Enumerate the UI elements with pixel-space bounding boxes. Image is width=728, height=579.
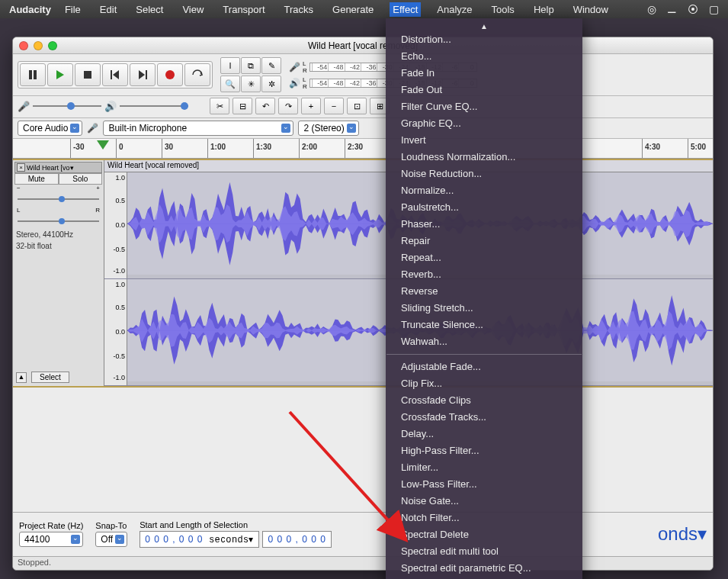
solo-button[interactable]: Solo (59, 173, 103, 185)
stop-button[interactable] (75, 63, 101, 86)
collapse-track-button[interactable]: ▲ (16, 372, 27, 383)
mute-button[interactable]: Mute (14, 173, 59, 185)
bluetooth-icon[interactable]: ⚊ (667, 3, 677, 15)
zoom-window-button[interactable] (48, 41, 57, 50)
zoom-in-button[interactable]: + (301, 98, 321, 114)
menu-tools[interactable]: Tools (489, 2, 518, 17)
effect-menu-item[interactable]: Normalize... (386, 182, 582, 199)
effect-menu-item[interactable]: Phaser... (386, 216, 582, 233)
play-button[interactable] (47, 63, 73, 86)
timeline-ruler[interactable]: -300301:001:302:002:304:305:00 (13, 139, 713, 159)
menu-edit[interactable]: Edit (97, 2, 120, 17)
timeshift-tool-button[interactable]: ✳ (241, 76, 261, 92)
effect-menu-item[interactable]: Loudness Normalization... (386, 149, 582, 166)
effect-menu-item[interactable]: Crossfade Clips (386, 392, 582, 409)
effect-menu-item[interactable]: Echo... (386, 48, 582, 65)
redo-button[interactable]: ↷ (278, 98, 298, 114)
track-name-header[interactable]: × Wild Heart [vo▾ (14, 162, 102, 173)
effect-menu-item[interactable]: Invert (386, 132, 582, 149)
silence-button[interactable]: ⊟ (233, 98, 252, 114)
effect-menu-item[interactable]: Repeat... (386, 249, 582, 266)
recording-channels-select[interactable]: 2 (Stereo)⌄ (298, 121, 358, 136)
effect-menu-item[interactable]: Fade Out (386, 82, 582, 98)
speaker-icon: 🔊 (289, 78, 300, 88)
effect-menu-item[interactable]: Reverse (386, 283, 582, 300)
skip-end-button[interactable] (130, 63, 156, 86)
zoom-tool-button[interactable]: 🔍 (220, 76, 240, 92)
effect-menu-item[interactable]: Low-Pass Filter... (386, 476, 582, 493)
project-rate-select[interactable]: 44100⌄ (19, 532, 83, 547)
effect-menu-item[interactable]: Spectral edit parametric EQ... (386, 560, 582, 577)
effect-menu-item[interactable]: Clip Fix... (386, 375, 582, 392)
menu-view[interactable]: View (179, 2, 207, 17)
skip-start-button[interactable] (102, 63, 128, 86)
multi-tool-button[interactable]: ✲ (261, 76, 281, 92)
menu-effect[interactable]: Effect (390, 2, 421, 17)
fit-selection-button[interactable]: ⊡ (347, 98, 367, 114)
minimize-window-button[interactable] (34, 41, 43, 50)
effect-menu-item[interactable]: Spectral edit multi tool (386, 543, 582, 560)
close-window-button[interactable] (19, 41, 28, 50)
menu-tracks[interactable]: Tracks (281, 2, 317, 17)
menu-select[interactable]: Select (133, 2, 166, 17)
airplay-icon[interactable]: ▢ (709, 3, 719, 15)
recording-volume-slider[interactable] (33, 101, 101, 111)
effect-menu-item[interactable]: Wahwah... (386, 333, 582, 350)
pause-button[interactable] (20, 63, 46, 86)
speaker-icon: 🔊 (104, 101, 117, 112)
spotlight-icon[interactable]: ◎ (647, 3, 656, 15)
effect-menu-item[interactable]: Crossfade Tracks... (386, 409, 582, 426)
effect-menu-item[interactable]: Paulstretch... (386, 199, 582, 216)
effect-menu-item[interactable]: Noise Reduction... (386, 166, 582, 182)
effect-menu-item[interactable]: High-Pass Filter... (386, 442, 582, 459)
effect-menu-item[interactable]: Distortion... (386, 31, 582, 48)
menu-scroll-up[interactable]: ▲ (386, 21, 582, 31)
track-pan-slider[interactable] (18, 216, 99, 227)
select-track-button[interactable]: Select (31, 372, 69, 383)
loop-button[interactable] (184, 63, 210, 86)
track-gain-slider[interactable] (18, 194, 99, 204)
menu-file[interactable]: File (62, 2, 84, 17)
effect-menu-item[interactable]: Truncate Silence... (386, 317, 582, 333)
record-button[interactable] (157, 63, 183, 86)
effect-menu-item[interactable]: Delay... (386, 426, 582, 442)
effect-menu-item[interactable]: Adjustable Fade... (386, 359, 582, 375)
zoom-out-button[interactable]: − (324, 98, 344, 114)
trim-button[interactable]: ✂ (210, 98, 229, 114)
effect-menu-item[interactable]: Reverb... (386, 266, 582, 283)
playhead-indicator[interactable] (97, 140, 109, 150)
envelope-tool-button[interactable]: ⧉ (241, 57, 261, 74)
recording-device-select[interactable]: Built-in Microphone⌄ (103, 121, 293, 136)
draw-tool-button[interactable]: ✎ (261, 57, 281, 74)
audio-position-display[interactable]: onds▾ (658, 523, 707, 545)
transport-toolbar: I ⧉ ✎ 🔍 ✳ ✲ 🎤 LR -54-48-42-36-30-24-18-1… (13, 54, 713, 96)
effect-menu-item[interactable]: Spectral Delete (386, 526, 582, 543)
effect-menu-item[interactable]: Fade In (386, 65, 582, 82)
effect-menu-item[interactable]: Notch Filter... (386, 510, 582, 526)
menu-generate[interactable]: Generate (329, 2, 377, 17)
system-tray: ◎ ⚊ ⦿ ▢ (647, 3, 719, 15)
close-track-button[interactable]: × (17, 163, 25, 172)
effect-menu-item[interactable]: Graphic EQ... (386, 115, 582, 132)
menu-help[interactable]: Help (531, 2, 557, 17)
track-control-panel[interactable]: × Wild Heart [vo▾ Mute Solo −+ LR Stereo… (13, 160, 104, 386)
effect-menu-item[interactable]: Filter Curve EQ... (386, 98, 582, 115)
effect-menu-item[interactable]: Noise Gate... (386, 493, 582, 510)
selection-start-input[interactable]: 0 0 0 , 0 0 0 seconds▾ (140, 531, 259, 548)
menu-window[interactable]: Window (570, 2, 611, 17)
snap-to-select[interactable]: Off⌄ (95, 532, 127, 547)
undo-button[interactable]: ↶ (255, 98, 275, 114)
wifi-icon[interactable]: ⦿ (688, 3, 698, 15)
effect-menu-item[interactable]: Repair (386, 233, 582, 249)
menu-transport[interactable]: Transport (220, 2, 268, 17)
effect-menu-item[interactable]: Sliding Stretch... (386, 300, 582, 317)
playback-volume-slider[interactable] (120, 101, 188, 111)
audio-host-select[interactable]: Core Audio⌄ (18, 121, 82, 136)
effect-menu-item[interactable]: Limiter... (386, 459, 582, 476)
svg-rect-1 (34, 70, 37, 79)
selection-length-input[interactable]: 0 0 0 , 0 0 0 (262, 531, 331, 548)
menu-analyze[interactable]: Analyze (434, 2, 475, 17)
status-bar: Stopped. (13, 556, 713, 570)
ruler-tick: 5:00 (688, 139, 706, 158)
selection-tool-button[interactable]: I (220, 57, 240, 74)
